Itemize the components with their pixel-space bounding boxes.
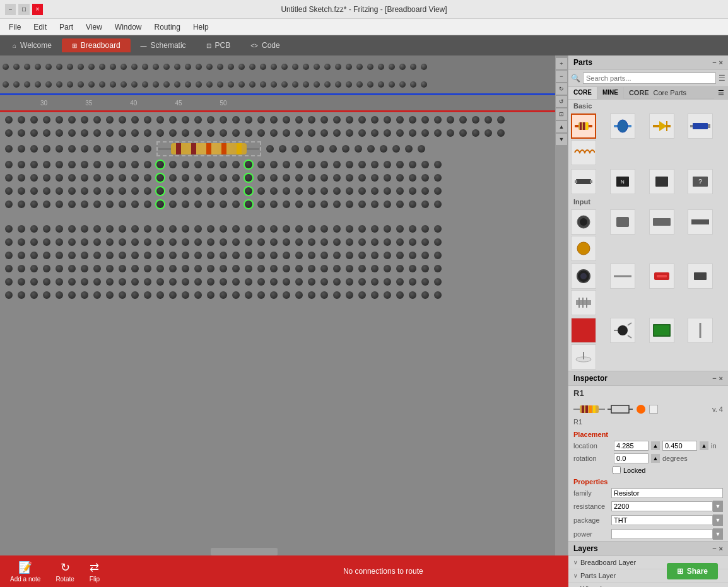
parts-tab-mine[interactable]: MINE (597, 87, 624, 99)
part-relay[interactable] (649, 209, 674, 235)
menu-help[interactable]: Help (187, 21, 215, 33)
part-motor[interactable] (688, 209, 713, 235)
placement-section-label: Placement (568, 428, 728, 439)
family-row: family Resistor (568, 487, 728, 499)
part-camera[interactable] (571, 264, 596, 289)
location-x-stepper[interactable]: ▲ (651, 441, 660, 450)
menu-routing[interactable]: Routing (148, 21, 187, 33)
parts-panel-title: Parts (573, 58, 592, 67)
part-board[interactable] (649, 318, 674, 343)
location-y-input[interactable] (662, 441, 697, 451)
part-mic[interactable] (571, 209, 596, 235)
parts-search-input[interactable] (583, 73, 716, 84)
part-ic[interactable]: N (610, 169, 635, 194)
part-inductor[interactable] (571, 140, 596, 165)
close-button[interactable]: × (32, 4, 43, 15)
maximize-button[interactable]: □ (18, 4, 29, 15)
menu-window[interactable]: Window (109, 21, 148, 33)
tab-welcome[interactable]: ⌂ Welcome (3, 38, 62, 52)
parts-header-menu-icon[interactable]: ☰ (714, 87, 728, 99)
inspector-component-pin-icon (637, 405, 645, 414)
flip-action[interactable]: ⇄ Flip (90, 561, 100, 583)
fit-button[interactable]: ⊡ (556, 108, 567, 120)
part-connector[interactable] (571, 169, 596, 194)
inspector-panel-close[interactable]: × (719, 375, 723, 382)
power-input[interactable] (611, 529, 713, 539)
canvas-area[interactable]: 30 35 40 45 50 (0, 55, 568, 555)
part-resistor[interactable] (571, 113, 596, 139)
menu-file[interactable]: File (3, 21, 27, 33)
rotate-label: Rotate (56, 576, 74, 583)
svg-point-22 (580, 218, 587, 226)
resistance-input[interactable] (611, 501, 713, 511)
svg-rect-34 (578, 298, 580, 308)
part-pin[interactable] (688, 318, 713, 343)
part-heatsink[interactable] (571, 290, 596, 315)
parts-menu-icon[interactable]: ☰ (719, 74, 725, 83)
inspector-panel-title: Inspector (573, 374, 608, 383)
power-dropdown-button[interactable]: ▼ (713, 528, 723, 540)
rotate-ccw-button[interactable]: ↺ (556, 96, 567, 107)
layers-panel-close[interactable]: × (719, 545, 723, 552)
parts-panel-header-dropdown[interactable]: CORE Core Parts (624, 87, 714, 99)
zoom-in-nav-button[interactable]: + (556, 58, 567, 69)
part-capacitor-blue[interactable] (610, 113, 635, 139)
part-joystick[interactable] (649, 264, 674, 289)
ruler-number-40: 40 (130, 100, 137, 107)
ruler-number-50: 50 (220, 100, 227, 107)
power-row: power ▼ (568, 527, 728, 541)
part-bjt[interactable] (610, 318, 635, 343)
parts-panel-close[interactable]: × (719, 59, 723, 66)
parts-panel-minimize[interactable]: − (712, 59, 716, 66)
add-note-action[interactable]: 📝 Add a note (10, 561, 40, 583)
menu-view[interactable]: View (79, 21, 109, 33)
minimize-button[interactable]: − (5, 4, 16, 15)
package-dropdown-button[interactable]: ▼ (713, 514, 723, 526)
svg-rect-11 (690, 125, 693, 127)
part-battery[interactable] (688, 113, 713, 139)
part-mosfet[interactable] (649, 169, 674, 194)
svg-rect-36 (586, 298, 587, 308)
part-line-sensor[interactable] (610, 264, 635, 289)
svg-rect-32 (694, 272, 707, 280)
part-transistor[interactable] (688, 264, 713, 289)
part-strip[interactable] (571, 344, 596, 369)
part-unknown[interactable]: ? (688, 169, 713, 194)
tab-schematic[interactable]: ― Schematic (131, 38, 196, 52)
inspector-component-box-icon (649, 405, 658, 414)
part-sensor2[interactable] (610, 209, 635, 235)
location-y-stepper[interactable]: ▲ (700, 441, 708, 450)
nav-arrow-down[interactable]: ▼ (556, 134, 567, 145)
part-led[interactable] (649, 113, 674, 139)
zoom-out-nav-button[interactable]: − (556, 71, 567, 82)
layers-panel-title: Layers (573, 544, 598, 553)
menu-part[interactable]: Part (53, 21, 79, 33)
inspector-panel-minimize[interactable]: − (712, 375, 716, 382)
parts-tab-core[interactable]: CORE (568, 87, 597, 99)
resistance-dropdown-button[interactable]: ▼ (713, 501, 723, 512)
tab-code[interactable]: <> Code (240, 38, 290, 52)
nav-arrow-up[interactable]: ▲ (556, 121, 567, 132)
menu-edit[interactable]: Edit (27, 21, 53, 33)
rotation-stepper[interactable]: ▲ (651, 454, 660, 463)
tab-pcb[interactable]: ⊡ PCB (196, 38, 241, 52)
location-x-input[interactable] (614, 441, 649, 451)
inspector-component-row: v. 4 (568, 400, 728, 418)
tab-breadboard[interactable]: ⊞ Breadboard (62, 38, 131, 52)
layer-breadboard-label: Breadboard Layer (580, 559, 636, 566)
part-potentiometer[interactable] (571, 236, 596, 261)
locked-checkbox[interactable] (613, 466, 621, 474)
part-special1[interactable] (571, 318, 596, 343)
parts-grid-row4 (568, 317, 728, 371)
flip-icon: ⇄ (90, 561, 99, 574)
layer-wires[interactable]: ∨ Wires Layer (568, 583, 728, 587)
inspector-component-title: R1 (568, 386, 728, 400)
rotation-input[interactable] (614, 453, 649, 463)
rotate-cw-button[interactable]: ↻ (556, 83, 567, 95)
package-label: package (573, 516, 611, 524)
svg-rect-51 (589, 405, 592, 413)
rotate-action[interactable]: ↻ Rotate (56, 561, 74, 583)
layers-panel-minimize[interactable]: − (712, 545, 716, 552)
share-button[interactable]: ⊞ Share (667, 563, 718, 579)
package-input[interactable] (611, 515, 713, 525)
